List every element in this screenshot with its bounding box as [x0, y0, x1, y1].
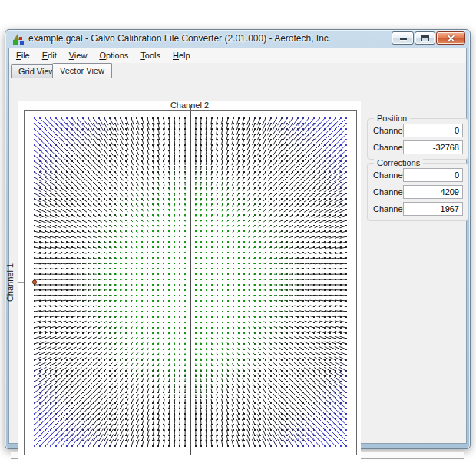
- y-axis-tick: [18, 282, 24, 283]
- menu-bar: File Edit View Options Tools Help: [9, 48, 466, 63]
- chart-panel: Channel 2: [18, 101, 361, 464]
- corrections-groupbox: Corrections Channel 1 Channel 2 Channel …: [367, 163, 468, 221]
- y-axis-label: Channel 1: [5, 252, 16, 313]
- menu-item-options[interactable]: Options: [93, 48, 134, 63]
- x-axis-label: Channel 2: [18, 101, 361, 110]
- maximize-button[interactable]: [415, 31, 435, 45]
- app-icon: [12, 33, 25, 45]
- close-button[interactable]: [436, 31, 465, 45]
- client-area: File Edit View Options Tools Help Grid V…: [8, 48, 467, 444]
- position-channel1-input[interactable]: [403, 124, 463, 137]
- corrections-channel1-row: Channel 1: [368, 168, 468, 183]
- menu-item-file[interactable]: File: [10, 48, 36, 63]
- position-channel2-row: Channel 2: [368, 140, 468, 156]
- corrections-channel2-row: Channel 2: [368, 185, 468, 200]
- close-icon: [447, 35, 455, 43]
- corrections-channel2-input[interactable]: [403, 185, 463, 199]
- menu-item-tools[interactable]: Tools: [134, 48, 167, 63]
- minimize-icon: [400, 38, 407, 40]
- corrections-channel3-input[interactable]: [403, 202, 463, 216]
- vector-field-canvas[interactable]: [25, 111, 356, 455]
- corrections-channel3-row: Channel 3: [368, 202, 468, 217]
- app-window: example.gcal - Galvo Calibration File Co…: [5, 29, 471, 449]
- menu-item-help[interactable]: Help: [167, 48, 197, 63]
- position-group-title: Position: [374, 114, 410, 124]
- caption-buttons: [392, 31, 465, 45]
- corrections-group-title: Corrections: [374, 158, 423, 168]
- maximize-icon: [421, 35, 429, 41]
- menu-item-edit[interactable]: Edit: [36, 48, 63, 63]
- corrections-channel1-input[interactable]: [403, 168, 463, 182]
- position-channel2-input[interactable]: [403, 140, 463, 154]
- tab-vector-view[interactable]: Vector View: [52, 63, 112, 78]
- plot-box: [24, 110, 357, 455]
- position-channel1-row: Channel 1: [368, 124, 468, 139]
- vector-view-page: Channel 1 Channel 2 Position Channel 1 C…: [9, 78, 466, 443]
- position-groupbox: Position Channel 1 Channel 2: [367, 118, 468, 160]
- tab-strip: Grid View Vector View: [9, 63, 466, 78]
- title-bar: example.gcal - Galvo Calibration File Co…: [5, 30, 470, 48]
- window-title: example.gcal - Galvo Calibration File Co…: [28, 30, 331, 48]
- minimize-button[interactable]: [392, 31, 414, 45]
- menu-item-view[interactable]: View: [63, 48, 94, 63]
